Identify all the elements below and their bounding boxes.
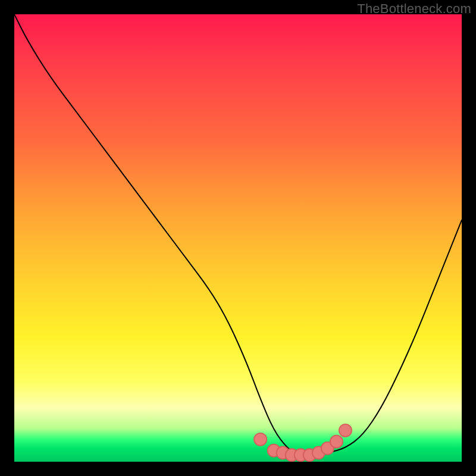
ideal-zone-marker	[330, 436, 343, 448]
plot-area	[14, 14, 462, 462]
curve-layer	[14, 14, 462, 462]
bottleneck-curve	[14, 14, 462, 457]
watermark-text: TheBottleneck.com	[357, 1, 471, 17]
ideal-zone-marker	[254, 433, 267, 446]
ideal-zone-marker	[339, 424, 352, 437]
chart-frame: TheBottleneck.com	[0, 0, 476, 476]
ideal-zone-markers	[254, 424, 352, 461]
